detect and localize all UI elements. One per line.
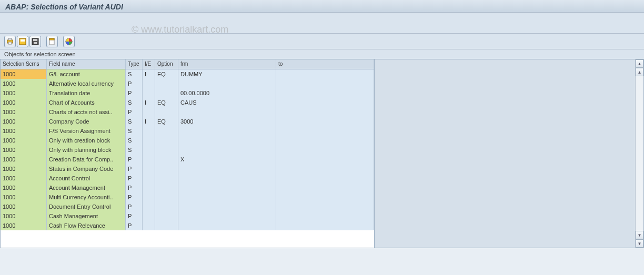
cell-scrn[interactable]: 1000 [1, 174, 47, 183]
table-row[interactable]: 1000F/S Version AssignmentS [1, 126, 374, 136]
cell-type[interactable]: S [126, 136, 143, 145]
cell-field[interactable]: Company Code [47, 117, 126, 126]
variant-attributes-button[interactable] [4, 36, 16, 47]
cell-to[interactable] [276, 202, 374, 211]
cell-to[interactable] [276, 155, 374, 164]
cell-ie[interactable] [143, 107, 155, 117]
cell-ie[interactable] [143, 202, 155, 211]
cell-scrn[interactable]: 1000 [1, 79, 47, 88]
cell-scrn[interactable]: 1000 [1, 126, 47, 136]
cell-option[interactable] [155, 211, 178, 221]
scroll-track[interactable] [636, 76, 643, 231]
cell-field[interactable]: G/L account [47, 69, 126, 79]
cell-option[interactable] [155, 202, 178, 211]
cell-type[interactable]: P [126, 202, 143, 211]
cell-to[interactable] [276, 79, 374, 88]
scroll-up-button[interactable]: ▲ [636, 59, 643, 68]
cell-type[interactable]: P [126, 79, 143, 88]
col-header-field[interactable]: Field name [47, 59, 126, 69]
table-row[interactable]: 1000G/L accountSIEQDUMMY [1, 69, 374, 79]
cell-type[interactable]: S [126, 117, 143, 126]
cell-frm[interactable] [178, 211, 276, 221]
cell-to[interactable] [276, 117, 374, 126]
cell-option[interactable]: EQ [155, 69, 178, 79]
cell-scrn[interactable]: 1000 [1, 117, 47, 126]
cell-option[interactable] [155, 126, 178, 136]
cell-ie[interactable]: I [143, 117, 155, 126]
scroll-up-button-2[interactable]: ▲ [636, 68, 643, 76]
cell-field[interactable]: Account Management [47, 183, 126, 192]
cell-ie[interactable] [143, 183, 155, 192]
cell-type[interactable]: P [126, 192, 143, 202]
table-row[interactable]: 1000Only with creation blockS [1, 136, 374, 145]
cell-scrn[interactable]: 1000 [1, 183, 47, 192]
cell-frm[interactable]: X [178, 155, 276, 164]
cell-scrn[interactable]: 1000 [1, 155, 47, 164]
cell-ie[interactable] [143, 155, 155, 164]
cell-to[interactable] [276, 88, 374, 98]
col-header-to[interactable]: to [276, 59, 374, 69]
scroll-down-button-2[interactable]: ▼ [636, 239, 643, 248]
cell-ie[interactable] [143, 79, 155, 88]
table-row[interactable]: 1000Document Entry ControlP [1, 202, 374, 211]
cell-to[interactable] [276, 164, 374, 174]
cell-frm[interactable] [178, 202, 276, 211]
cell-ie[interactable] [143, 164, 155, 174]
cell-to[interactable] [276, 211, 374, 221]
cell-frm[interactable] [178, 136, 276, 145]
cell-scrn[interactable]: 1000 [1, 69, 47, 79]
cell-type[interactable]: P [126, 88, 143, 98]
cell-scrn[interactable]: 1000 [1, 98, 47, 107]
cell-frm[interactable] [178, 183, 276, 192]
display-button[interactable] [46, 36, 58, 47]
cell-field[interactable]: F/S Version Assignment [47, 126, 126, 136]
cell-type[interactable]: P [126, 174, 143, 183]
col-header-option[interactable]: Option [155, 59, 178, 69]
scroll-down-button[interactable]: ▼ [636, 231, 643, 239]
cell-scrn[interactable]: 1000 [1, 202, 47, 211]
cell-ie[interactable] [143, 88, 155, 98]
cell-option[interactable]: EQ [155, 117, 178, 126]
col-header-scrn[interactable]: Selection Scrns [1, 59, 47, 69]
cell-ie[interactable]: I [143, 98, 155, 107]
cell-scrn[interactable]: 1000 [1, 192, 47, 202]
table-row[interactable]: 1000Translation dateP00.00.0000 [1, 88, 374, 98]
cell-option[interactable] [155, 88, 178, 98]
cell-frm[interactable] [178, 164, 276, 174]
cell-field[interactable]: Account Control [47, 174, 126, 183]
cell-to[interactable] [276, 98, 374, 107]
cell-frm[interactable] [178, 192, 276, 202]
cell-option[interactable] [155, 79, 178, 88]
save-as-variant-button[interactable] [17, 36, 28, 47]
cell-ie[interactable] [143, 136, 155, 145]
cell-to[interactable] [276, 107, 374, 117]
cell-type[interactable]: P [126, 155, 143, 164]
cell-scrn[interactable]: 1000 [1, 136, 47, 145]
cell-field[interactable]: Status in Company Code [47, 164, 126, 174]
cell-scrn[interactable]: 1000 [1, 107, 47, 117]
cell-frm[interactable] [178, 145, 276, 155]
cell-option[interactable] [155, 221, 178, 230]
col-header-type[interactable]: Type [126, 59, 143, 69]
cell-to[interactable] [276, 221, 374, 230]
cell-field[interactable]: Only with planning block [47, 145, 126, 155]
cell-type[interactable]: P [126, 164, 143, 174]
cell-field[interactable]: Translation date [47, 88, 126, 98]
cell-type[interactable]: P [126, 107, 143, 117]
cell-frm[interactable]: CAUS [178, 98, 276, 107]
cell-type[interactable]: P [126, 183, 143, 192]
col-header-frm[interactable]: frm [178, 59, 276, 69]
cell-ie[interactable] [143, 221, 155, 230]
cell-option[interactable]: EQ [155, 98, 178, 107]
cell-frm[interactable] [178, 221, 276, 230]
table-row[interactable]: 1000Account ManagementP [1, 183, 374, 192]
cell-type[interactable]: P [126, 211, 143, 221]
cell-frm[interactable] [178, 79, 276, 88]
col-header-ie[interactable]: I/E [143, 59, 155, 69]
table-row[interactable]: 1000Multi Currency Accounti..P [1, 192, 374, 202]
cell-type[interactable]: S [126, 69, 143, 79]
cell-frm[interactable] [178, 107, 276, 117]
table-row[interactable]: 1000Cash Flow RelevanceP [1, 221, 374, 230]
cell-ie[interactable] [143, 126, 155, 136]
cell-ie[interactable] [143, 145, 155, 155]
